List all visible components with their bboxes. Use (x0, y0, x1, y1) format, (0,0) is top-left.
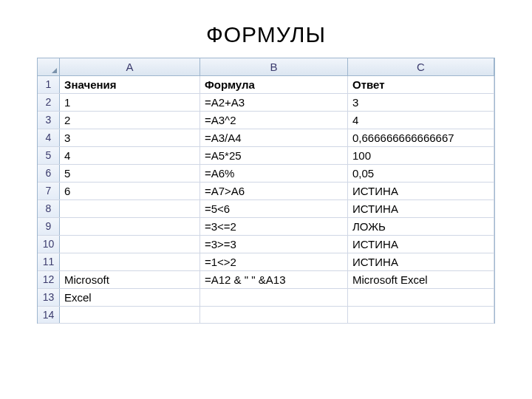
row-header[interactable]: 7 (38, 183, 60, 200)
cell-c[interactable]: 0,05 (348, 165, 494, 182)
table-row: 1ЗначенияФормулаОтвет (38, 76, 494, 94)
row-header[interactable]: 14 (38, 307, 60, 323)
table-row: 21=A2+A33 (38, 94, 494, 112)
column-header-c[interactable]: C (348, 58, 494, 75)
cell-c[interactable] (348, 307, 494, 323)
cell-b[interactable]: Формула (200, 76, 348, 93)
row-header[interactable]: 11 (38, 253, 60, 270)
table-row: 10=3>=3ИСТИНА (38, 236, 494, 253)
table-row: 65=A6%0,05 (38, 165, 494, 183)
cell-c[interactable]: ИСТИНА (348, 183, 494, 200)
cell-c[interactable]: 0,666666666666667 (348, 129, 494, 146)
cell-c[interactable]: ИСТИНА (348, 253, 494, 270)
row-header[interactable]: 5 (38, 147, 60, 164)
select-all-corner[interactable] (38, 58, 60, 75)
cell-a[interactable] (60, 253, 200, 270)
column-header-b[interactable]: B (200, 58, 348, 75)
cell-a[interactable]: 3 (60, 129, 200, 146)
cell-b[interactable]: =A3/A4 (200, 129, 348, 146)
cell-c[interactable] (348, 289, 494, 306)
page-title: ФОРМУЛЫ (37, 22, 495, 47)
cell-b[interactable]: =3>=3 (200, 236, 348, 253)
column-header-row: A B C (38, 58, 494, 76)
cell-b[interactable]: =A7>A6 (200, 183, 348, 200)
table-row: 12Microsoft=A12 & " " &A13Microsoft Exce… (38, 271, 494, 289)
cell-a[interactable]: Excel (60, 289, 200, 306)
cell-b[interactable]: =A5*25 (200, 147, 348, 164)
cell-a[interactable]: 5 (60, 165, 200, 182)
row-header[interactable]: 9 (38, 218, 60, 235)
cell-a[interactable]: 4 (60, 147, 200, 164)
column-header-a[interactable]: A (60, 58, 200, 75)
cell-b[interactable]: =A6% (200, 165, 348, 182)
row-header[interactable]: 2 (38, 94, 60, 111)
table-row: 9=3<=2ЛОЖЬ (38, 218, 494, 236)
table-row: 54=A5*25100 (38, 147, 494, 165)
cell-a[interactable] (60, 200, 200, 217)
table-row: 76=A7>A6ИСТИНА (38, 183, 494, 200)
cell-b[interactable] (200, 307, 348, 323)
cell-a[interactable]: Значения (60, 76, 200, 93)
cell-c[interactable]: Microsoft Excel (348, 271, 494, 288)
cell-a[interactable]: 6 (60, 183, 200, 200)
spreadsheet: A B C 1ЗначенияФормулаОтвет21=A2+A3332=A… (37, 58, 495, 324)
table-row: 8=5<6ИСТИНА (38, 200, 494, 218)
cell-c[interactable]: ИСТИНА (348, 200, 494, 217)
cell-a[interactable] (60, 307, 200, 323)
cell-b[interactable]: =A12 & " " &A13 (200, 271, 348, 288)
cell-a[interactable]: 2 (60, 112, 200, 129)
cell-a[interactable] (60, 218, 200, 235)
cell-b[interactable]: =1<>2 (200, 253, 348, 270)
row-header[interactable]: 3 (38, 112, 60, 129)
cell-b[interactable]: =3<=2 (200, 218, 348, 235)
cell-a[interactable]: 1 (60, 94, 200, 111)
table-row: 13Excel (38, 289, 494, 307)
cell-c[interactable]: 3 (348, 94, 494, 111)
cell-b[interactable]: =A3^2 (200, 112, 348, 129)
table-row: 32=A3^24 (38, 112, 494, 129)
cell-c[interactable]: 100 (348, 147, 494, 164)
row-header[interactable]: 12 (38, 271, 60, 288)
cell-b[interactable]: =A2+A3 (200, 94, 348, 111)
row-header[interactable]: 6 (38, 165, 60, 182)
cell-b[interactable]: =5<6 (200, 200, 348, 217)
row-header[interactable]: 13 (38, 289, 60, 306)
row-header[interactable]: 10 (38, 236, 60, 253)
cell-a[interactable] (60, 236, 200, 253)
row-header[interactable]: 4 (38, 129, 60, 146)
cell-c[interactable]: Ответ (348, 76, 494, 93)
table-row: 14 (38, 307, 494, 324)
cell-b[interactable] (200, 289, 348, 306)
row-header[interactable]: 1 (38, 76, 60, 93)
cell-c[interactable]: ИСТИНА (348, 236, 494, 253)
table-row: 11=1<>2ИСТИНА (38, 253, 494, 271)
cell-c[interactable]: ЛОЖЬ (348, 218, 494, 235)
table-row: 43=A3/A40,666666666666667 (38, 129, 494, 147)
row-header[interactable]: 8 (38, 200, 60, 217)
cell-c[interactable]: 4 (348, 112, 494, 129)
cell-a[interactable]: Microsoft (60, 271, 200, 288)
